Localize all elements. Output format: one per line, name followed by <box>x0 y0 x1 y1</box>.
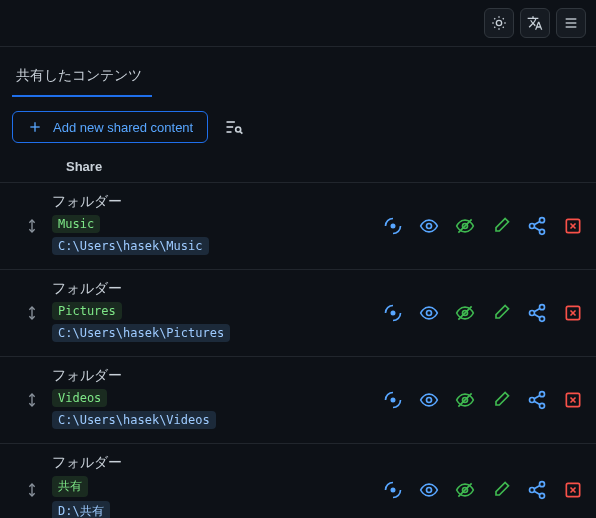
drag-handle[interactable] <box>12 218 52 234</box>
plus-icon <box>27 119 43 135</box>
scan-icon <box>383 390 403 410</box>
row-content: フォルダー Music C:\Users\hasek\Music <box>52 193 382 259</box>
delete-icon <box>563 390 583 410</box>
svg-point-37 <box>540 305 545 310</box>
svg-point-20 <box>391 224 394 227</box>
svg-point-60 <box>427 488 432 493</box>
delete-button[interactable] <box>562 479 584 501</box>
eye-icon <box>419 480 439 500</box>
hidden-button[interactable] <box>454 389 476 411</box>
visible-button[interactable] <box>418 479 440 501</box>
drag-icon <box>24 305 40 321</box>
edit-button[interactable] <box>490 215 512 237</box>
svg-line-66 <box>534 485 540 488</box>
delete-button[interactable] <box>562 215 584 237</box>
scan-button[interactable] <box>382 479 404 501</box>
edit-icon <box>491 390 511 410</box>
table-row: フォルダー 共有 D:\共有 <box>0 443 596 518</box>
share-icon <box>527 216 547 236</box>
svg-point-51 <box>530 398 535 403</box>
filter-search-icon <box>224 117 244 137</box>
eye-off-icon <box>455 480 475 500</box>
svg-point-21 <box>427 224 432 229</box>
edit-icon <box>491 480 511 500</box>
folder-label: フォルダー <box>52 367 382 385</box>
svg-point-34 <box>427 311 432 316</box>
eye-off-icon <box>455 303 475 323</box>
share-path-chip: C:\Users\hasek\Music <box>52 237 209 255</box>
hidden-button[interactable] <box>454 302 476 324</box>
theme-toggle-button[interactable] <box>484 8 514 38</box>
sun-icon <box>491 15 507 31</box>
scan-icon <box>383 216 403 236</box>
drag-icon <box>24 482 40 498</box>
folder-label: フォルダー <box>52 280 382 298</box>
scan-icon <box>383 303 403 323</box>
add-shared-content-button[interactable]: Add new shared content <box>12 111 208 143</box>
share-name-chip: Pictures <box>52 302 122 320</box>
share-button[interactable] <box>526 389 548 411</box>
share-name-chip: Videos <box>52 389 107 407</box>
scan-button[interactable] <box>382 389 404 411</box>
share-icon <box>527 480 547 500</box>
delete-button[interactable] <box>562 389 584 411</box>
table-body: フォルダー Music C:\Users\hasek\Music <box>0 182 596 518</box>
row-actions <box>382 479 584 501</box>
svg-line-18 <box>240 132 242 134</box>
scan-button[interactable] <box>382 302 404 324</box>
share-button[interactable] <box>526 302 548 324</box>
table-row: フォルダー Pictures C:\Users\hasek\Pictures <box>0 269 596 356</box>
svg-point-24 <box>540 218 545 223</box>
share-button[interactable] <box>526 479 548 501</box>
row-content: フォルダー Pictures C:\Users\hasek\Pictures <box>52 280 382 346</box>
folder-label: フォルダー <box>52 193 382 211</box>
menu-button[interactable] <box>556 8 586 38</box>
scan-button[interactable] <box>382 215 404 237</box>
eye-off-icon <box>455 390 475 410</box>
drag-handle[interactable] <box>12 305 52 321</box>
row-actions <box>382 302 584 324</box>
edit-button[interactable] <box>490 479 512 501</box>
svg-point-63 <box>540 482 545 487</box>
svg-point-17 <box>236 127 241 132</box>
svg-line-41 <box>534 314 540 317</box>
row-content: フォルダー Videos C:\Users\hasek\Videos <box>52 367 382 433</box>
row-actions <box>382 389 584 411</box>
svg-point-47 <box>427 398 432 403</box>
drag-handle[interactable] <box>12 482 52 498</box>
hidden-button[interactable] <box>454 479 476 501</box>
svg-point-33 <box>391 311 394 314</box>
svg-point-38 <box>530 311 535 316</box>
hidden-button[interactable] <box>454 215 476 237</box>
edit-icon <box>491 216 511 236</box>
scan-icon <box>383 480 403 500</box>
visible-button[interactable] <box>418 302 440 324</box>
share-button[interactable] <box>526 215 548 237</box>
visible-button[interactable] <box>418 215 440 237</box>
svg-line-3 <box>494 18 495 19</box>
folder-label: フォルダー <box>52 454 382 472</box>
edit-button[interactable] <box>490 302 512 324</box>
table-row: フォルダー Music C:\Users\hasek\Music <box>0 182 596 269</box>
edit-icon <box>491 303 511 323</box>
visible-button[interactable] <box>418 389 440 411</box>
delete-button[interactable] <box>562 302 584 324</box>
drag-handle[interactable] <box>12 392 52 408</box>
svg-point-52 <box>540 403 545 408</box>
svg-point-59 <box>391 488 394 491</box>
language-button[interactable] <box>520 8 550 38</box>
edit-button[interactable] <box>490 389 512 411</box>
eye-icon <box>419 216 439 236</box>
filter-search-button[interactable] <box>222 115 246 139</box>
tab-shared-content[interactable]: 共有したコンテンツ <box>12 61 152 97</box>
svg-line-40 <box>534 308 540 311</box>
delete-icon <box>563 480 583 500</box>
eye-icon <box>419 303 439 323</box>
row-content: フォルダー 共有 D:\共有 <box>52 454 382 518</box>
svg-point-65 <box>540 493 545 498</box>
svg-line-7 <box>494 27 495 28</box>
svg-point-39 <box>540 316 545 321</box>
svg-line-28 <box>534 227 540 230</box>
svg-point-25 <box>530 224 535 229</box>
delete-icon <box>563 303 583 323</box>
